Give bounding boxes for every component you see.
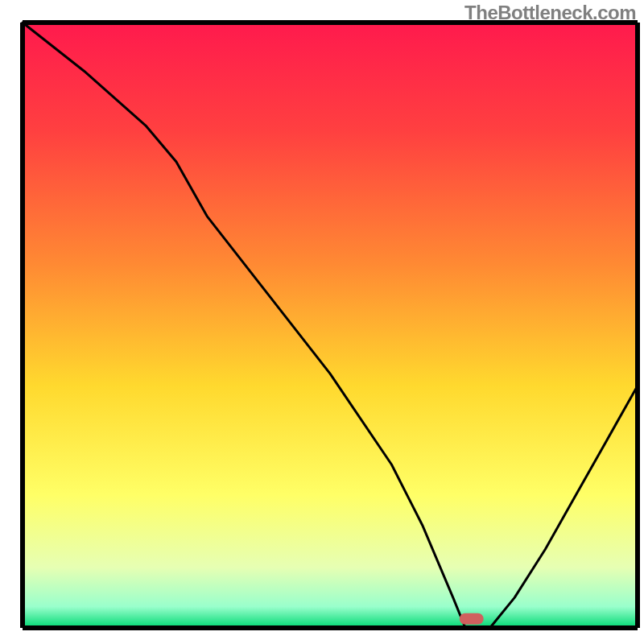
optimal-marker	[460, 613, 484, 625]
chart-container: TheBottleneck.com	[0, 0, 644, 644]
bottleneck-chart	[0, 0, 644, 644]
watermark-text: TheBottleneck.com	[464, 2, 636, 24]
plot-background	[23, 23, 638, 628]
